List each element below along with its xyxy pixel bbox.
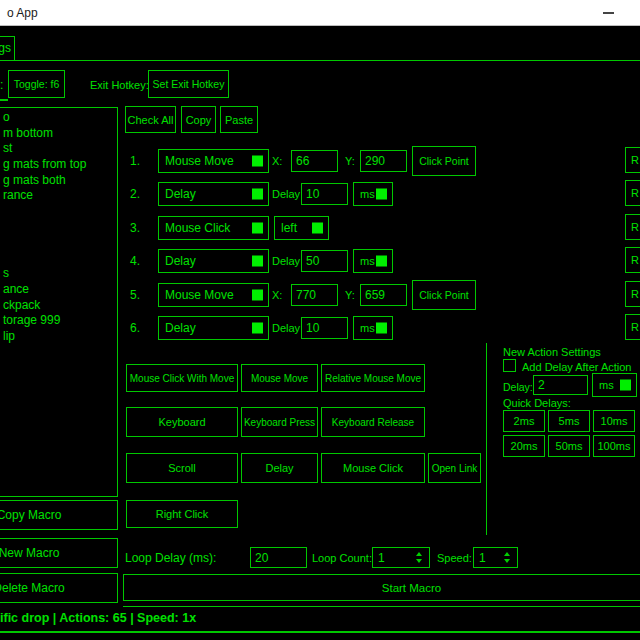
check-all-button[interactable]: Check All — [125, 106, 176, 133]
quick-delay-50ms-button[interactable]: 50ms — [548, 435, 590, 457]
remove-button[interactable]: R — [625, 314, 640, 340]
quick-delay-2ms-button[interactable]: 2ms — [503, 410, 545, 432]
list-item[interactable]: g mats both — [1, 173, 117, 189]
start-macro-label: Start Macro — [382, 582, 441, 594]
x-input[interactable]: 66 — [291, 150, 338, 172]
remove-button[interactable]: R — [625, 180, 640, 206]
quick-delay-20ms-button[interactable]: 20ms — [503, 435, 545, 457]
right-click-button[interactable]: Right Click — [126, 500, 238, 528]
delay-button[interactable]: Delay — [241, 453, 318, 483]
click-point-button[interactable]: Click Point — [412, 146, 476, 176]
delay-input[interactable]: 10 — [301, 317, 348, 339]
action-type-select[interactable]: Mouse Click — [158, 216, 269, 240]
mouse-move-button[interactable]: Mouse Move — [241, 364, 318, 392]
stepper-up-icon[interactable] — [504, 552, 510, 556]
unit-select[interactable]: ms — [353, 182, 393, 206]
list-item[interactable]: g mats from top — [1, 157, 117, 173]
unit-value: ms — [360, 322, 375, 334]
mouse-click-button[interactable]: Mouse Click — [321, 453, 425, 483]
keyboard-release-label: Keyboard Release — [332, 417, 414, 428]
row-number: 3. — [130, 221, 140, 235]
keyboard-press-label: Keyboard Press — [244, 417, 315, 428]
loop-delay-input[interactable]: 20 — [250, 547, 307, 568]
new-macro-button[interactable]: New Macro — [0, 538, 118, 568]
action-type-value: Delay — [165, 254, 196, 268]
keyboard-press-button[interactable]: Keyboard Press — [241, 407, 318, 437]
remove-button[interactable]: R — [625, 214, 640, 240]
paste-button[interactable]: Paste — [220, 106, 258, 133]
loop-count-stepper[interactable]: 1 — [372, 547, 430, 568]
quick-delay-5ms-button[interactable]: 5ms — [548, 410, 590, 432]
remove-button[interactable]: R — [625, 147, 640, 173]
list-item[interactable]: s — [1, 266, 117, 282]
toggle-hotkey-button[interactable]: Toggle: f6 — [8, 70, 65, 98]
delay-input[interactable]: 50 — [301, 250, 348, 272]
speed-value: 1 — [479, 551, 486, 565]
action-type-value: Delay — [165, 321, 196, 335]
list-item[interactable]: rance — [1, 188, 117, 204]
click-point-button[interactable]: Click Point — [412, 280, 476, 310]
list-item[interactable]: o — [1, 110, 117, 126]
set-exit-hotkey-button[interactable]: Set Exit Hotkey — [148, 70, 229, 98]
remove-button[interactable]: R — [625, 281, 640, 307]
new-action-unit-select[interactable]: ms — [592, 373, 637, 397]
row-number: 6. — [130, 321, 140, 335]
action-type-select[interactable]: Mouse Move — [158, 283, 269, 307]
copy-macro-button[interactable]: Copy Macro — [0, 500, 118, 530]
tab-settings[interactable]: gs — [0, 36, 15, 61]
list-item[interactable]: torage 999 — [1, 313, 117, 329]
quick-delay-10ms-button[interactable]: 10ms — [593, 410, 635, 432]
delay-label: Delay — [272, 188, 300, 200]
toggle-hotkey-button-label: Toggle: f6 — [14, 78, 60, 90]
stepper-down-icon[interactable] — [416, 559, 422, 563]
action-type-select[interactable]: Delay — [158, 316, 269, 340]
delay-input[interactable]: 10 — [301, 183, 348, 205]
open-link-button[interactable]: Open Link — [428, 453, 481, 483]
dropdown-icon — [376, 189, 387, 200]
x-value: 66 — [296, 154, 309, 168]
scroll-button[interactable]: Scroll — [126, 453, 238, 483]
mouse-click-with-move-button[interactable]: Mouse Click With Move — [126, 364, 238, 392]
remove-button[interactable]: R — [625, 247, 640, 273]
add-delay-checkbox[interactable] — [503, 359, 516, 372]
stepper-down-icon[interactable] — [504, 559, 510, 563]
speed-stepper[interactable]: 1 — [473, 547, 518, 568]
list-item[interactable] — [1, 235, 117, 251]
list-item[interactable]: m bottom — [1, 126, 117, 142]
delay-value: 10 — [306, 321, 319, 335]
quick-delay-100ms-button[interactable]: 100ms — [593, 435, 635, 457]
action-type-select[interactable]: Delay — [158, 249, 269, 273]
delete-macro-button[interactable]: Delete Macro — [0, 573, 118, 603]
action-type-select[interactable]: Delay — [158, 182, 269, 206]
start-macro-button[interactable]: Start Macro — [123, 574, 640, 601]
mouse-button-select[interactable]: left — [274, 216, 329, 240]
list-item[interactable] — [1, 219, 117, 235]
stepper-up-icon[interactable] — [416, 552, 422, 556]
list-item[interactable]: ance — [1, 282, 117, 298]
list-item[interactable]: lip — [1, 329, 117, 345]
unit-select[interactable]: ms — [353, 249, 393, 273]
keyboard-release-button[interactable]: Keyboard Release — [321, 407, 425, 437]
relative-mouse-move-button[interactable]: Relative Mouse Move — [321, 364, 425, 392]
minimize-button[interactable] — [603, 12, 614, 14]
cutoff-fragment — [0, 99, 8, 101]
copy-button[interactable]: Copy — [181, 106, 216, 133]
list-item[interactable]: ckpack — [1, 298, 117, 314]
list-item[interactable]: st — [1, 141, 117, 157]
remove-label: R — [631, 154, 639, 166]
action-type-value: Delay — [165, 187, 196, 201]
y-input[interactable]: 290 — [360, 150, 407, 172]
new-action-delay-input[interactable]: 2 — [533, 375, 588, 395]
list-item[interactable] — [1, 204, 117, 220]
toggle-hotkey-label: : — [0, 78, 3, 92]
exit-hotkey-label: Exit Hotkey: — [90, 79, 149, 91]
macro-list[interactable]: o m bottom st g mats from top g mats bot… — [0, 107, 118, 497]
action-type-select[interactable]: Mouse Move — [158, 149, 269, 173]
list-item[interactable] — [1, 251, 117, 267]
x-input[interactable]: 770 — [291, 284, 338, 306]
y-input[interactable]: 659 — [360, 284, 407, 306]
dropdown-icon — [376, 256, 387, 267]
keyboard-button[interactable]: Keyboard — [126, 407, 238, 437]
remove-label: R — [631, 187, 639, 199]
unit-select[interactable]: ms — [353, 316, 393, 340]
